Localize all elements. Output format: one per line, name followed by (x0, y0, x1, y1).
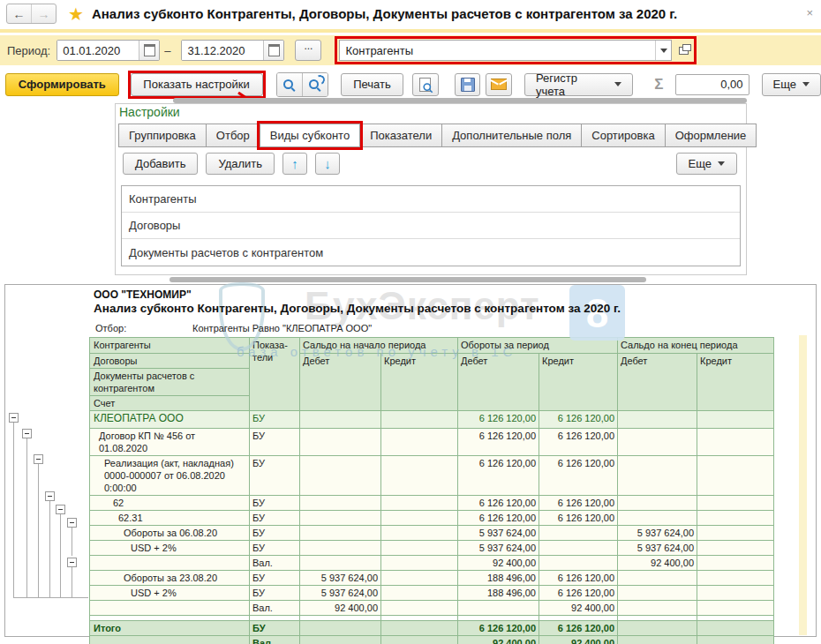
report-table: Контрагенты Показа-тели Сальдо на начало… (89, 337, 774, 644)
tree-collapse-toggle[interactable] (34, 454, 43, 464)
report-filter-row: Отбор: Контрагенты Равно "КЛЕОПАТРА ООО" (95, 323, 126, 333)
report-title: Анализ субконто Контрагенты, Договоры, Д… (94, 302, 621, 315)
col-header-turnover: Обороты за период (458, 338, 618, 354)
settings-tabs: Группировка Отбор Виды субконто Показате… (118, 124, 756, 147)
table-row: Обороты за 23.08.20 БУ 5 937 624,00 188 … (90, 571, 774, 586)
search-icon (283, 79, 296, 91)
subconto-combo[interactable]: Контрагенты (339, 40, 672, 61)
tree-collapse-toggle[interactable] (9, 413, 19, 423)
col-header-balance-end: Сальдо на конец периода (618, 338, 774, 354)
print-preview-button[interactable] (412, 73, 439, 96)
date-from-field (56, 40, 160, 61)
search-button[interactable] (277, 73, 303, 96)
col-header-credit: Кредит (539, 354, 618, 411)
delete-button[interactable]: Удалить (206, 153, 275, 175)
title-bar: ← → ★ Анализ субконто Контрагенты, Догов… (0, 0, 821, 27)
table-row: 62 БУ 6 126 120,00 6 126 120,00 (90, 496, 774, 511)
yellow-divider (0, 29, 821, 33)
tree-collapse-toggle[interactable] (56, 505, 65, 514)
table-row: USD + 2% БУ 5 937 624,00 188 496,00 6 12… (90, 586, 774, 601)
close-icon[interactable]: × (806, 6, 813, 19)
table-row: Договор КП № 456 от 01.08.2020 БУ 6 126 … (90, 429, 774, 456)
arrow-down-icon: ↓ (324, 156, 331, 171)
report-toolbar: Сформировать Показать настройки Печать Р… (0, 70, 821, 99)
col-header-credit: Кредит (381, 354, 458, 411)
table-row: Вал. 92 400,00 92 400,00 (90, 556, 774, 571)
date-from-input[interactable] (57, 41, 139, 60)
settings-bottom-shadow (169, 277, 646, 282)
register-button[interactable]: Регистр учета (524, 73, 633, 96)
tab-indicators[interactable]: Показатели (359, 124, 442, 147)
search-button-group (276, 72, 328, 97)
nav-button-group: ← → (6, 4, 56, 24)
table-row: Реализация (акт, накладная) 0000-000007 … (90, 456, 774, 496)
settings-more-button[interactable]: Еще (676, 153, 737, 175)
tree-collapse-toggle[interactable] (67, 558, 77, 567)
chevron-down-icon (614, 82, 621, 86)
print-button[interactable]: Печать (341, 73, 403, 96)
window-title: Анализ субконто Контрагенты, Договоры, Д… (92, 6, 677, 21)
settings-command-bar: Добавить Удалить ↑ ↓ Еще (123, 153, 737, 175)
list-item-settlement-documents[interactable]: Документы расчетов с контрагентом (122, 239, 740, 266)
back-arrow-icon: ← (13, 7, 26, 21)
chevron-down-icon (718, 161, 725, 166)
list-item-counterparties[interactable]: Контрагенты (122, 186, 740, 213)
col-header-debit: Дебет (300, 354, 381, 411)
total-row: Итого БУ 6 126 120,00 6 126 120,00 (90, 621, 774, 636)
period-variants-button[interactable]: ... (295, 40, 321, 61)
date-to-input[interactable] (182, 41, 263, 60)
list-item-contracts[interactable]: Договоры (122, 213, 740, 239)
add-button[interactable]: Добавить (123, 153, 198, 175)
report-area: ООО "ТЕХНОМИР" Анализ субконто Контраген… (4, 284, 817, 637)
toolbar-more-button[interactable]: Еще (762, 73, 821, 96)
tab-appearance[interactable]: Оформление (665, 124, 757, 147)
table-row: Вал. 92 400,00 92 400,00 (90, 601, 774, 616)
table-row: USD + 2% БУ 5 937 624,00 5 937 624,00 (90, 541, 774, 556)
col-header-account: Счет (90, 396, 250, 411)
tree-collapse-toggle[interactable] (22, 429, 32, 438)
total-row: Вал. 92 400,00 92 400,00 (90, 636, 774, 644)
col-header-contracts: Договоры (90, 354, 250, 369)
date-to-calendar-button[interactable] (263, 41, 283, 60)
col-header-debit: Дебет (618, 354, 697, 411)
sum-sigma-icon: Σ (654, 76, 663, 94)
move-down-button[interactable]: ↓ (315, 153, 340, 175)
register-button-label: Регистр учета (536, 71, 608, 98)
tab-subconto-types[interactable]: Виды субконто (260, 124, 360, 147)
generate-button[interactable]: Сформировать (5, 73, 119, 96)
date-to-field (181, 40, 284, 61)
send-mail-button[interactable] (486, 73, 512, 96)
chevron-down-icon (802, 82, 810, 86)
open-value-button[interactable] (674, 41, 692, 59)
search-next-button[interactable] (302, 73, 328, 96)
forward-arrow-icon: → (38, 7, 50, 21)
app-window: ← → ★ Анализ субконто Контрагенты, Догов… (0, 0, 821, 644)
col-header-counterparties: Контрагенты (90, 338, 250, 354)
subconto-list: Контрагенты Договоры Документы расчетов … (121, 185, 741, 266)
settings-more-label: Еще (689, 157, 712, 170)
date-from-calendar-button[interactable] (139, 41, 159, 60)
back-button[interactable]: ← (7, 4, 31, 23)
filter-value: Контрагенты Равно "КЛЕОПАТРА ООО" (192, 323, 372, 333)
tree-collapse-toggle[interactable] (67, 518, 77, 528)
subconto-combo-value: Контрагенты (340, 44, 655, 57)
favorite-star-icon[interactable]: ★ (68, 5, 84, 23)
sum-field[interactable] (675, 74, 749, 95)
filter-label: Отбор: (95, 323, 126, 333)
table-row: КЛЕОПАТРА ООО БУ 6 126 120,00 6 126 120,… (90, 411, 774, 429)
table-row: Обороты за 06.08.20 БУ 5 937 624,00 5 93… (90, 526, 774, 541)
tab-grouping[interactable]: Группировка (118, 124, 207, 147)
tab-additional-fields[interactable]: Дополнительные поля (441, 124, 582, 147)
save-button[interactable] (455, 73, 481, 96)
forward-button[interactable]: → (31, 4, 56, 23)
move-up-button[interactable]: ↑ (282, 153, 307, 175)
chevron-down-icon (660, 49, 667, 53)
calendar-icon (144, 44, 155, 56)
col-header-credit: Кредит (697, 354, 774, 411)
tab-filter[interactable]: Отбор (206, 124, 260, 147)
open-value-icon (679, 47, 689, 55)
toolbar-more-label: Еще (773, 78, 796, 91)
combo-dropdown-button[interactable] (655, 41, 671, 60)
tree-collapse-toggle[interactable] (45, 491, 55, 501)
tab-sorting[interactable]: Сортировка (581, 124, 665, 147)
